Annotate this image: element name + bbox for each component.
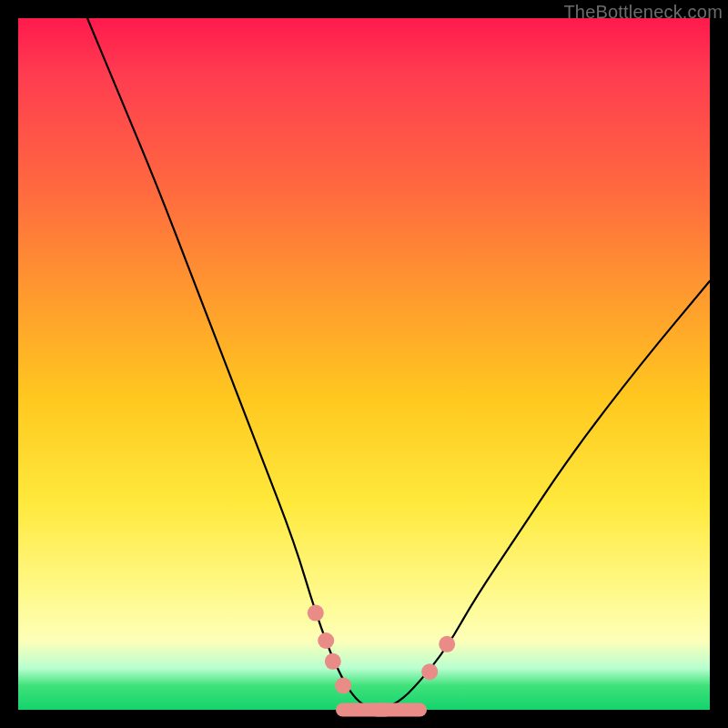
marker-dot xyxy=(308,605,324,622)
marker-dot xyxy=(439,636,455,652)
marker-group xyxy=(308,605,455,717)
watermark-text: TheBottleneck.com xyxy=(563,2,723,23)
marker-pill xyxy=(370,703,427,717)
marker-dot xyxy=(318,632,334,649)
marker-dot xyxy=(421,663,438,680)
chart-frame: TheBottleneck.com xyxy=(0,0,728,728)
curve-path-group xyxy=(87,18,710,708)
curve-layer xyxy=(18,18,710,710)
bottleneck-curve xyxy=(87,18,710,708)
marker-dot xyxy=(325,653,341,670)
marker-dot xyxy=(335,677,351,693)
plot-area xyxy=(18,18,710,710)
